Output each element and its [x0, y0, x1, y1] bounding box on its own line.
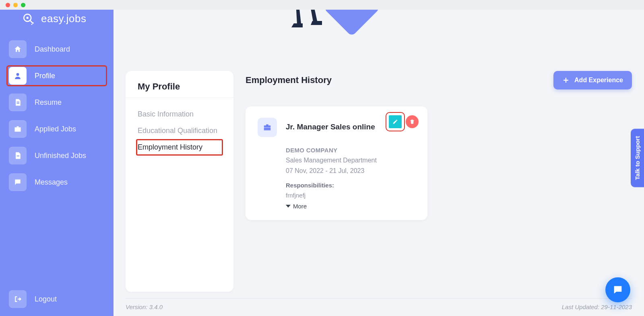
more-label: More — [293, 203, 307, 210]
home-icon — [9, 40, 27, 58]
svg-line-1 — [30, 21, 33, 24]
experience-company: DEMO COMPANY — [286, 147, 415, 154]
briefcase-icon — [9, 120, 27, 138]
sidebar-item-label: Logout — [35, 295, 57, 304]
chat-fab[interactable] — [605, 277, 630, 302]
more-toggle[interactable]: More — [286, 203, 415, 210]
svg-point-5 — [17, 73, 19, 76]
chat-icon — [9, 173, 27, 191]
briefcase-icon — [258, 118, 277, 137]
sidebar-item-label: Profile — [35, 72, 55, 80]
sidebar-item-applied-jobs[interactable]: Applied Jobs — [7, 119, 106, 139]
svg-point-2 — [27, 17, 29, 19]
window-chrome — [0, 0, 644, 10]
user-icon — [9, 67, 27, 85]
sidebar-item-resume[interactable]: Resume — [7, 93, 106, 112]
edit-experience-button[interactable] — [389, 115, 402, 128]
last-updated-text: Last Updated: 29-11-2023 — [562, 304, 632, 310]
experience-card: Jr. Manager Sales online DEMO COMPANY Sa… — [246, 106, 427, 220]
app-root: easy.jobs Dashboard Profile Resume — [0, 0, 644, 316]
add-experience-button[interactable]: Add Experience — [553, 71, 632, 89]
profile-link-basic-info[interactable]: Basic Information — [126, 106, 233, 123]
document-icon — [9, 94, 27, 111]
profile-link-employment-history[interactable]: Employment History — [136, 139, 223, 156]
brand-mark-icon — [21, 11, 35, 26]
mac-dot-close[interactable] — [6, 3, 10, 7]
sidebar-item-dashboard[interactable]: Dashboard — [7, 40, 106, 59]
experience-department: Sales Management Department — [286, 157, 415, 164]
svg-point-4 — [33, 23, 34, 24]
experience-dates: 07 Nov, 2022 - 21 Jul, 2023 — [286, 167, 415, 175]
add-experience-label: Add Experience — [574, 77, 623, 84]
delete-experience-button[interactable] — [406, 115, 419, 128]
document-alt-icon — [9, 147, 27, 164]
mac-dot-minimize[interactable] — [13, 3, 18, 7]
sidebar-nav: Dashboard Profile Resume Applied Jobs — [7, 40, 106, 192]
section-title: Employment History — [246, 75, 332, 85]
main-area: My Profile Basic Information Educational… — [114, 0, 644, 316]
sidebar-item-logout[interactable]: Logout — [7, 289, 106, 309]
footer: Version: 3.4.0 Last Updated: 29-11-2023 — [126, 298, 632, 310]
brand-name: easy.jobs — [41, 12, 86, 25]
experience-designation: Jr. Manager Sales online — [286, 123, 375, 131]
version-text: Version: 3.4.0 — [126, 304, 163, 310]
section-column: Employment History Add Experience — [246, 71, 632, 292]
sidebar-item-label: Dashboard — [35, 45, 70, 54]
sidebar-item-unfinished-jobs[interactable]: Unfinished Jobs — [7, 146, 106, 165]
brand-logo[interactable]: easy.jobs — [21, 11, 106, 26]
svg-rect-8 — [17, 156, 20, 156]
divider — [126, 98, 233, 98]
svg-rect-7 — [17, 103, 20, 104]
sidebar-item-label: Messages — [35, 178, 68, 187]
sidebar-item-label: Applied Jobs — [35, 125, 76, 133]
chat-bubble-icon — [612, 284, 623, 295]
profile-submenu-card: My Profile Basic Information Educational… — [126, 71, 233, 292]
sidebar-item-profile[interactable]: Profile — [7, 66, 106, 85]
content-row: My Profile Basic Information Educational… — [126, 71, 632, 292]
svg-rect-6 — [17, 102, 20, 102]
plus-icon — [562, 77, 570, 84]
caret-down-icon — [286, 205, 291, 208]
sidebar: easy.jobs Dashboard Profile Resume — [0, 0, 114, 316]
section-header: Employment History Add Experience — [246, 71, 632, 89]
profile-submenu-links: Basic Information Educational Qualificat… — [126, 99, 233, 156]
svg-point-3 — [31, 24, 33, 25]
sidebar-item-messages[interactable]: Messages — [7, 173, 106, 192]
pencil-icon — [392, 119, 398, 125]
sidebar-item-label: Resume — [35, 98, 62, 107]
mac-dot-maximize[interactable] — [21, 3, 25, 7]
logout-icon — [9, 290, 27, 308]
experience-actions — [389, 115, 419, 128]
profile-link-education[interactable]: Educational Qualification — [126, 123, 233, 139]
responsibilities-text: frnfjnefj — [286, 192, 415, 199]
sidebar-item-label: Unfinished Jobs — [35, 152, 86, 160]
trash-icon — [409, 119, 415, 125]
responsibilities-label: Responsibilities: — [286, 182, 415, 189]
support-tab[interactable]: Talk to Support — [631, 129, 644, 187]
profile-submenu-title: My Profile — [126, 81, 233, 98]
experience-body: DEMO COMPANY Sales Management Department… — [286, 147, 415, 210]
